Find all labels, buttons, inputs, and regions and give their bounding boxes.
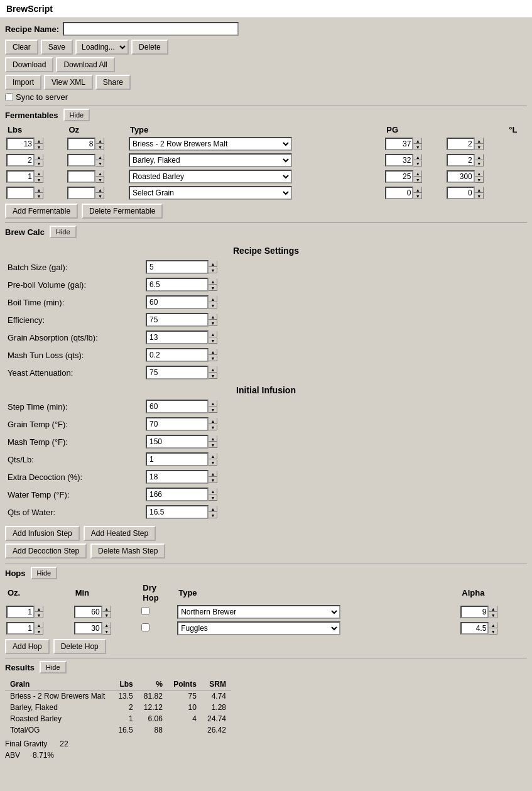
recipe-setting-row: Yeast Attenuation:▲▼ — [5, 364, 269, 381]
grain-select[interactable]: Briess - 2 Row Brewers Malt — [129, 137, 292, 151]
add-infusion-step-button[interactable]: Add Infusion Step — [5, 526, 80, 541]
ferm-pg-header: PG — [384, 124, 506, 136]
hop-type-select[interactable]: Fuggles — [177, 621, 340, 635]
delete-fermentable-button[interactable]: Delete Fermentable — [82, 204, 163, 219]
hops-dryhop-header: DryHop — [140, 582, 176, 604]
recipe-setting-input[interactable] — [146, 313, 209, 327]
brew-calc-title: Brew Calc — [5, 227, 45, 237]
recipe-setting-row: Mash Tun Loss (qts):▲▼ — [5, 346, 269, 364]
hops-table: Oz. Min DryHop Type Alpha ▲▼▲▼Northern B… — [5, 582, 527, 636]
infusion-setting-row: Extra Decoction (%):▲▼ — [5, 468, 269, 486]
recipe-setting-row: Pre-boil Volume (gal):▲▼ — [5, 276, 269, 293]
fermentable-row: ▲▼▲▼Roasted Barley▲▼▲▼ — [5, 168, 527, 185]
hop-row: ▲▼▲▼Fuggles▲▼ — [5, 620, 527, 636]
recipe-setting-input[interactable] — [146, 260, 209, 274]
results-row: Briess - 2 Row Brewers Malt13.581.82754.… — [5, 690, 231, 702]
infusion-setting-input[interactable] — [146, 470, 209, 484]
results-srm-header: SRM — [202, 679, 231, 690]
recipe-setting-input[interactable] — [146, 366, 209, 379]
initial-infusion-title: Initial Infusion — [5, 381, 527, 398]
download-all-button[interactable]: Download All — [56, 57, 114, 72]
infusion-setting-input[interactable] — [146, 417, 209, 431]
fermentable-row: ▲▼▲▼Briess - 2 Row Brewers Malt▲▼▲▼ — [5, 136, 527, 152]
abv-value: 8.71% — [33, 751, 54, 760]
brew-calc-hide-button[interactable]: Hide — [50, 226, 77, 238]
recipe-setting-row: Batch Size (gal):▲▼ — [5, 258, 269, 276]
recipe-setting-row: Boil Time (min):▲▼ — [5, 293, 269, 311]
infusion-setting-row: Qts/Lb:▲▼ — [5, 450, 269, 468]
delete-mash-step-button[interactable]: Delete Mash Step — [90, 543, 165, 559]
delete-hop-button[interactable]: Delete Hop — [53, 639, 106, 654]
clear-button[interactable]: Clear — [5, 40, 38, 55]
add-fermentable-button[interactable]: Add Fermentable — [5, 204, 78, 219]
hop-row: ▲▼▲▼Northern Brewer▲▼ — [5, 604, 527, 620]
results-footer: Final Gravity 22 ABV 8.71% — [5, 738, 527, 761]
recipe-name-label: Recipe Name: — [5, 25, 59, 34]
save-button[interactable]: Save — [41, 40, 73, 55]
delete-button[interactable]: Delete — [131, 40, 168, 55]
ferm-type-header: Type — [128, 124, 384, 136]
import-button[interactable]: Import — [5, 75, 41, 90]
infusion-setting-input[interactable] — [146, 452, 209, 466]
results-points-header: Points — [168, 679, 202, 690]
results-header: Results Hide — [5, 658, 527, 676]
view-xml-button[interactable]: View XML — [44, 75, 93, 90]
recipe-setting-input[interactable] — [146, 330, 209, 344]
infusion-setting-row: Qts of Water:▲▼ — [5, 503, 269, 521]
results-grain-header: Grain — [5, 679, 112, 690]
hops-type-header: Type — [176, 582, 459, 604]
grain-select[interactable]: Roasted Barley — [129, 170, 292, 183]
dry-hop-checkbox[interactable] — [141, 623, 149, 631]
ferm-ol-header: °L — [506, 124, 527, 136]
share-button[interactable]: Share — [95, 75, 131, 90]
results-row: Total/OG16.58826.42 — [5, 724, 231, 736]
infusion-setting-row: Water Temp (°F):▲▼ — [5, 486, 269, 503]
hop-type-select[interactable]: Northern Brewer — [177, 605, 340, 619]
recipe-setting-row: Efficiency:▲▼ — [5, 311, 269, 329]
results-title: Results — [5, 663, 35, 672]
recipe-setting-row: Grain Absorption (qts/lb):▲▼ — [5, 329, 269, 346]
recipe-settings-title: Recipe Settings — [5, 243, 527, 258]
add-heated-step-button[interactable]: Add Heated Step — [84, 526, 156, 541]
hops-hide-button[interactable]: Hide — [31, 567, 58, 579]
download-button[interactable]: Download — [5, 57, 53, 72]
infusion-setting-row: Mash Temp (°F):▲▼ — [5, 433, 269, 450]
fermentable-row: ▲▼▲▼Barley, Flaked▲▼▲▼ — [5, 152, 527, 168]
recipe-setting-input[interactable] — [146, 278, 209, 292]
sync-label: Sync to server — [16, 92, 68, 102]
infusion-setting-row: Grain Temp (°F):▲▼ — [5, 415, 269, 433]
hops-min-header: Min — [73, 582, 141, 604]
results-hide-button[interactable]: Hide — [40, 661, 67, 674]
results-table: Grain Lbs % Points SRM Briess - 2 Row Br… — [5, 679, 231, 736]
infusion-setting-input[interactable] — [146, 488, 209, 501]
grain-select[interactable]: Select Grain — [129, 186, 292, 200]
grain-select[interactable]: Barley, Flaked — [129, 153, 292, 167]
hops-oz-header: Oz. — [5, 582, 73, 604]
fermentables-title: Fermentables — [5, 111, 58, 120]
infusion-setting-input[interactable] — [146, 505, 209, 519]
infusion-setting-input[interactable] — [146, 435, 209, 449]
final-gravity-value: 22 — [60, 739, 68, 748]
recipe-settings-table: Batch Size (gal):▲▼Pre-boil Volume (gal)… — [5, 258, 269, 381]
sync-checkbox[interactable] — [5, 93, 13, 101]
recipe-setting-input[interactable] — [146, 348, 209, 362]
results-lbs-header: Lbs — [112, 679, 138, 690]
add-hop-button[interactable]: Add Hop — [5, 639, 50, 654]
infusion-setting-input[interactable] — [146, 400, 209, 413]
hops-alpha-header: Alpha — [459, 582, 527, 604]
infusion-setting-row: Step Time (min):▲▼ — [5, 398, 269, 415]
results-row: Barley, Flaked212.12101.28 — [5, 702, 231, 713]
add-decoction-step-button[interactable]: Add Decoction Step — [5, 543, 87, 559]
loading-select[interactable]: Loading... — [75, 40, 129, 55]
app-title: BrewScript — [0, 0, 532, 18]
fermentables-header: Fermentables Hide — [5, 106, 527, 124]
recipe-setting-input[interactable] — [146, 295, 209, 309]
final-gravity-label: Final Gravity — [5, 739, 47, 748]
fermentables-hide-button[interactable]: Hide — [63, 109, 90, 121]
recipe-name-input[interactable] — [63, 22, 239, 36]
dry-hop-checkbox[interactable] — [141, 607, 149, 615]
infusion-settings-table: Step Time (min):▲▼Grain Temp (°F):▲▼Mash… — [5, 398, 269, 521]
results-row: Roasted Barley16.06424.74 — [5, 713, 231, 724]
abv-label: ABV — [5, 751, 20, 760]
ferm-oz-header: Oz — [66, 124, 127, 136]
